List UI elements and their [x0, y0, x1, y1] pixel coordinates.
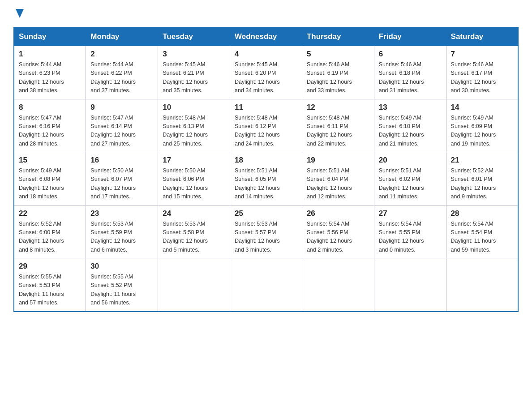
- day-info: Sunrise: 5:51 AMSunset: 6:05 PMDaylight:…: [235, 167, 297, 201]
- calendar-cell: 29Sunrise: 5:55 AMSunset: 5:53 PMDayligh…: [14, 258, 86, 312]
- day-info: Sunrise: 5:51 AMSunset: 6:02 PMDaylight:…: [379, 167, 442, 201]
- weekday-header-saturday: Saturday: [446, 27, 518, 46]
- day-info: Sunrise: 5:54 AMSunset: 5:56 PMDaylight:…: [307, 220, 369, 255]
- calendar-cell: 23Sunrise: 5:53 AMSunset: 5:59 PMDayligh…: [86, 205, 158, 258]
- weekday-header-row: SundayMondayTuesdayWednesdayThursdayFrid…: [14, 27, 518, 46]
- calendar-cell: 7Sunrise: 5:46 AMSunset: 6:17 PMDaylight…: [446, 46, 518, 99]
- day-number: 12: [307, 103, 369, 112]
- calendar-cell: 21Sunrise: 5:52 AMSunset: 6:01 PMDayligh…: [446, 152, 518, 206]
- day-number: 25: [235, 209, 297, 218]
- calendar-week-row: 1Sunrise: 5:44 AMSunset: 6:23 PMDaylight…: [14, 46, 518, 99]
- day-info: Sunrise: 5:53 AMSunset: 5:57 PMDaylight:…: [235, 220, 297, 255]
- day-info: Sunrise: 5:50 AMSunset: 6:07 PMDaylight:…: [90, 167, 153, 201]
- calendar-cell: 28Sunrise: 5:54 AMSunset: 5:54 PMDayligh…: [446, 205, 518, 258]
- day-info: Sunrise: 5:49 AMSunset: 6:09 PMDaylight:…: [451, 114, 513, 149]
- day-number: 22: [19, 209, 81, 218]
- calendar-table: SundayMondayTuesdayWednesdayThursdayFrid…: [13, 27, 519, 312]
- day-number: 17: [163, 156, 225, 165]
- calendar-cell: 15Sunrise: 5:49 AMSunset: 6:08 PMDayligh…: [14, 152, 86, 206]
- calendar-cell: 18Sunrise: 5:51 AMSunset: 6:05 PMDayligh…: [230, 152, 302, 206]
- day-number: 2: [90, 50, 153, 59]
- logo: [13, 9, 24, 18]
- day-info: Sunrise: 5:47 AMSunset: 6:16 PMDaylight:…: [19, 114, 81, 149]
- day-number: 23: [90, 209, 153, 218]
- day-info: Sunrise: 5:49 AMSunset: 6:10 PMDaylight:…: [379, 114, 442, 149]
- weekday-header-tuesday: Tuesday: [158, 27, 230, 46]
- day-info: Sunrise: 5:46 AMSunset: 6:18 PMDaylight:…: [379, 60, 442, 95]
- calendar-week-row: 22Sunrise: 5:52 AMSunset: 6:00 PMDayligh…: [14, 205, 518, 258]
- calendar-cell: [230, 258, 302, 312]
- day-info: Sunrise: 5:46 AMSunset: 6:17 PMDaylight:…: [451, 60, 513, 95]
- calendar-cell: 3Sunrise: 5:45 AMSunset: 6:21 PMDaylight…: [158, 46, 230, 99]
- calendar-cell: 19Sunrise: 5:51 AMSunset: 6:04 PMDayligh…: [302, 152, 374, 206]
- calendar-cell: 12Sunrise: 5:48 AMSunset: 6:11 PMDayligh…: [302, 99, 374, 152]
- calendar-cell: 27Sunrise: 5:54 AMSunset: 5:55 PMDayligh…: [374, 205, 446, 258]
- day-number: 8: [19, 103, 81, 112]
- day-info: Sunrise: 5:54 AMSunset: 5:54 PMDaylight:…: [451, 220, 513, 255]
- day-number: 3: [163, 50, 225, 59]
- calendar-cell: 9Sunrise: 5:47 AMSunset: 6:14 PMDaylight…: [86, 99, 158, 152]
- day-info: Sunrise: 5:44 AMSunset: 6:22 PMDaylight:…: [90, 60, 153, 95]
- day-number: 1: [19, 50, 81, 59]
- calendar-cell: 16Sunrise: 5:50 AMSunset: 6:07 PMDayligh…: [86, 152, 158, 206]
- day-number: 26: [307, 209, 369, 218]
- day-info: Sunrise: 5:48 AMSunset: 6:11 PMDaylight:…: [307, 114, 369, 149]
- day-number: 13: [379, 103, 442, 112]
- weekday-header-sunday: Sunday: [14, 27, 86, 46]
- day-number: 11: [235, 103, 297, 112]
- calendar-cell: [302, 258, 374, 312]
- page-header: [13, 9, 519, 18]
- day-info: Sunrise: 5:46 AMSunset: 6:19 PMDaylight:…: [307, 60, 369, 95]
- calendar-cell: 8Sunrise: 5:47 AMSunset: 6:16 PMDaylight…: [14, 99, 86, 152]
- day-info: Sunrise: 5:52 AMSunset: 6:00 PMDaylight:…: [19, 220, 81, 255]
- day-info: Sunrise: 5:50 AMSunset: 6:06 PMDaylight:…: [163, 167, 225, 201]
- calendar-cell: 10Sunrise: 5:48 AMSunset: 6:13 PMDayligh…: [158, 99, 230, 152]
- calendar-cell: 14Sunrise: 5:49 AMSunset: 6:09 PMDayligh…: [446, 99, 518, 152]
- weekday-header-thursday: Thursday: [302, 27, 374, 46]
- day-number: 5: [307, 50, 369, 59]
- day-number: 7: [451, 50, 513, 59]
- calendar-cell: 17Sunrise: 5:50 AMSunset: 6:06 PMDayligh…: [158, 152, 230, 206]
- day-number: 6: [379, 50, 442, 59]
- calendar-cell: 1Sunrise: 5:44 AMSunset: 6:23 PMDaylight…: [14, 46, 86, 99]
- calendar-cell: 24Sunrise: 5:53 AMSunset: 5:58 PMDayligh…: [158, 205, 230, 258]
- calendar-cell: 4Sunrise: 5:45 AMSunset: 6:20 PMDaylight…: [230, 46, 302, 99]
- calendar-cell: 11Sunrise: 5:48 AMSunset: 6:12 PMDayligh…: [230, 99, 302, 152]
- day-number: 29: [19, 262, 81, 271]
- calendar-cell: [158, 258, 230, 312]
- day-number: 21: [451, 156, 513, 165]
- day-info: Sunrise: 5:53 AMSunset: 5:58 PMDaylight:…: [163, 220, 225, 255]
- day-number: 10: [163, 103, 225, 112]
- day-info: Sunrise: 5:48 AMSunset: 6:13 PMDaylight:…: [163, 114, 225, 149]
- calendar-cell: [446, 258, 518, 312]
- calendar-cell: 2Sunrise: 5:44 AMSunset: 6:22 PMDaylight…: [86, 46, 158, 99]
- day-number: 14: [451, 103, 513, 112]
- day-info: Sunrise: 5:47 AMSunset: 6:14 PMDaylight:…: [90, 114, 153, 149]
- calendar-cell: 13Sunrise: 5:49 AMSunset: 6:10 PMDayligh…: [374, 99, 446, 152]
- day-info: Sunrise: 5:54 AMSunset: 5:55 PMDaylight:…: [379, 220, 442, 255]
- calendar-cell: 25Sunrise: 5:53 AMSunset: 5:57 PMDayligh…: [230, 205, 302, 258]
- day-number: 9: [90, 103, 153, 112]
- calendar-cell: [374, 258, 446, 312]
- logo-triangle-icon: [16, 9, 24, 18]
- day-info: Sunrise: 5:48 AMSunset: 6:12 PMDaylight:…: [235, 114, 297, 149]
- day-info: Sunrise: 5:51 AMSunset: 6:04 PMDaylight:…: [307, 167, 369, 201]
- weekday-header-wednesday: Wednesday: [230, 27, 302, 46]
- day-number: 18: [235, 156, 297, 165]
- day-number: 24: [163, 209, 225, 218]
- calendar-week-row: 29Sunrise: 5:55 AMSunset: 5:53 PMDayligh…: [14, 258, 518, 312]
- day-info: Sunrise: 5:55 AMSunset: 5:52 PMDaylight:…: [90, 273, 153, 308]
- calendar-week-row: 15Sunrise: 5:49 AMSunset: 6:08 PMDayligh…: [14, 152, 518, 206]
- day-info: Sunrise: 5:45 AMSunset: 6:20 PMDaylight:…: [235, 60, 297, 95]
- day-number: 20: [379, 156, 442, 165]
- calendar-cell: 26Sunrise: 5:54 AMSunset: 5:56 PMDayligh…: [302, 205, 374, 258]
- calendar-cell: 5Sunrise: 5:46 AMSunset: 6:19 PMDaylight…: [302, 46, 374, 99]
- day-info: Sunrise: 5:49 AMSunset: 6:08 PMDaylight:…: [19, 167, 81, 201]
- calendar-cell: 20Sunrise: 5:51 AMSunset: 6:02 PMDayligh…: [374, 152, 446, 206]
- day-number: 19: [307, 156, 369, 165]
- day-number: 30: [90, 262, 153, 271]
- calendar-cell: 22Sunrise: 5:52 AMSunset: 6:00 PMDayligh…: [14, 205, 86, 258]
- day-info: Sunrise: 5:55 AMSunset: 5:53 PMDaylight:…: [19, 273, 81, 308]
- svg-marker-0: [16, 9, 24, 18]
- calendar-cell: 30Sunrise: 5:55 AMSunset: 5:52 PMDayligh…: [86, 258, 158, 312]
